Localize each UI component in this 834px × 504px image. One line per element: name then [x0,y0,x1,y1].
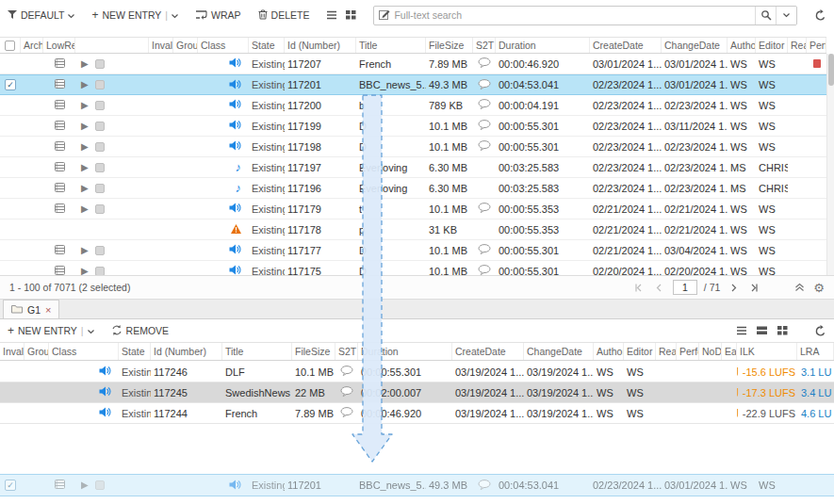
table-row[interactable]: Existing 117244 French 7.89 MB 00:00:46.… [0,403,834,424]
table-row[interactable]: Existing 117246 DLF 10.1 MB 00:00:55.301… [0,362,834,382]
play-icon[interactable]: ▶ [81,267,89,276]
select-all-checkbox[interactable] [0,38,21,53]
col-state-header[interactable]: State [119,343,151,360]
close-icon[interactable]: × [45,304,51,316]
media-placeholder-button[interactable] [95,246,105,255]
search-options-chevron-icon[interactable] [776,6,796,25]
col-inval-header[interactable]: Inval [149,38,173,53]
collapse-panel-icon[interactable] [793,280,807,295]
col-changedate-header[interactable]: ChangeDate [524,343,594,360]
col-editor-header[interactable]: Editor [756,38,788,53]
tab-g1[interactable]: G1 × [3,300,59,318]
vertical-scrollbar[interactable] [826,54,834,275]
last-page-icon[interactable] [747,280,761,295]
col-ears-header[interactable]: Ears [722,343,737,360]
detail-view-icon[interactable] [736,326,747,335]
play-icon[interactable]: ▶ [81,142,89,152]
col-ilk-header[interactable]: ILK [737,343,797,360]
media-placeholder-button[interactable] [95,142,105,152]
col-id-header[interactable]: Id (Number) [285,38,356,53]
media-placeholder-button[interactable] [95,59,105,69]
col-author-header[interactable]: Author [594,343,624,360]
col-class-header[interactable]: Class [49,343,119,360]
col-s2t-header[interactable]: S2T [473,38,496,53]
table-row[interactable]: ✓ ▶ ♪ Existing 117177 D 10.1 MB 00:00:55… [0,240,826,261]
table-row[interactable]: ✓ ▶ ♪ Existing 117175 D 10.1 MB 00:00:55… [0,261,826,275]
table-row[interactable]: ✓ ▶ ♪ Existing 117199 D 10.1 MB 00:00:55… [0,116,826,137]
refresh-icon[interactable] [814,325,826,337]
play-icon[interactable]: ▶ [81,204,89,214]
col-filesize-header[interactable]: FileSize [292,343,335,360]
new-entry-button[interactable]: + NEW ENTRY | [91,8,178,22]
page-number-input[interactable] [673,280,697,295]
col-state-header[interactable]: State [249,38,285,53]
play-icon[interactable]: ▶ [81,101,89,110]
remove-button[interactable]: REMOVE [111,325,170,337]
media-placeholder-button[interactable] [95,267,105,276]
col-read-header[interactable]: Read [788,38,807,53]
refresh-icon[interactable] [814,9,826,22]
filter-default-button[interactable]: DEFAULT [8,9,74,21]
media-placeholder-button[interactable] [95,101,105,110]
row-checkbox[interactable]: ✓ [5,79,16,90]
table-row[interactable]: ✓ ▶ ♪ Existing 117207 French 7.89 MB 00:… [0,54,826,74]
col-createdate-header[interactable]: CreateDate [590,38,662,53]
play-icon[interactable]: ▶ [81,80,89,89]
rows-view-icon[interactable] [757,326,768,335]
table-row[interactable]: ✓ ▶ ♪ Existing 117198 D 10.1 MB 00:00:55… [0,137,826,157]
col-perfe-header[interactable]: Perfe [807,38,826,53]
col-nodi-header[interactable]: NoDi [699,343,722,360]
play-icon[interactable]: ▶ [81,122,89,131]
col-lowres-header[interactable]: LowRes [43,38,75,53]
col-media-buttons-header[interactable] [75,38,149,53]
col-id-header[interactable]: Id (Number) [151,343,222,360]
first-page-icon[interactable] [631,280,646,295]
wrap-button[interactable]: WRAP [195,9,241,22]
col-editor-header[interactable]: Editor [624,343,656,360]
col-duration-header[interactable]: Duration [496,38,590,53]
play-icon[interactable]: ▶ [81,246,89,255]
table-row[interactable]: ✓ ▶ ♪ Existing 117196 Everloving 6.30 MB… [0,178,826,199]
grid-view-icon[interactable] [346,10,356,20]
table-row[interactable]: ✓ ▶ ♪ Existing 117200 b 789 KB 00:00:04.… [0,95,826,116]
grid-view-icon[interactable] [777,326,788,335]
col-s2t-header[interactable]: S2T [335,343,358,360]
col-perfe-header[interactable]: Perfe [677,343,699,360]
col-changedate-header[interactable]: ChangeDate [662,38,728,53]
table-row[interactable]: ✓ ▶ ♪ Existing 117197 Everloving 6.30 MB… [0,157,826,178]
col-inval-header[interactable]: Inval [0,343,25,360]
media-placeholder-button[interactable] [95,122,105,131]
next-page-icon[interactable] [727,280,741,295]
gear-icon[interactable]: ⚙ [813,282,825,294]
search-input[interactable] [394,9,755,21]
col-grou-header[interactable]: Grou [173,38,198,53]
delete-button[interactable]: DELETE [258,9,310,22]
col-archi-header[interactable]: Archi [21,38,43,53]
media-placeholder-button[interactable] [95,163,105,172]
prev-page-icon[interactable] [652,280,666,295]
play-icon[interactable]: ▶ [81,184,89,193]
play-icon[interactable]: ▶ [81,163,89,172]
media-placeholder-button[interactable] [95,204,105,214]
col-createdate-header[interactable]: CreateDate [452,343,524,360]
scrollbar-thumb[interactable] [828,54,834,86]
play-icon[interactable]: ▶ [81,59,89,69]
col-grou-header[interactable]: Grou [25,343,49,360]
media-placeholder-button[interactable] [95,184,105,193]
col-author-header[interactable]: Author [728,38,756,53]
col-title-header[interactable]: Title [222,343,292,360]
media-placeholder-button[interactable] [95,80,105,89]
table-row[interactable]: ✓ ▶ ♪ Existing 117179 t 10.1 MB 00:00:55… [0,199,826,219]
col-class-header[interactable]: Class [198,38,249,53]
table-row[interactable]: ✓ ▶ ♪ Existing 117178 p 31 KB 00:00:55.3… [0,219,826,240]
table-row[interactable]: Existing 117245 SwedishNews 22 MB 00:02:… [0,382,834,403]
col-title-header[interactable]: Title [356,38,426,53]
new-entry-button-bottom[interactable]: + NEW ENTRY | [8,324,94,337]
list-view-icon[interactable] [326,10,337,20]
col-read-header[interactable]: Read [656,343,677,360]
table-row[interactable]: ✓ ▶ ♪ Existing 117201 BBC_news_5... 49.3… [0,74,826,95]
col-duration-header[interactable]: Duration [358,343,452,360]
col-filesize-header[interactable]: FileSize [426,38,473,53]
col-lra-header[interactable]: LRA [797,343,834,360]
search-icon[interactable] [755,6,776,25]
